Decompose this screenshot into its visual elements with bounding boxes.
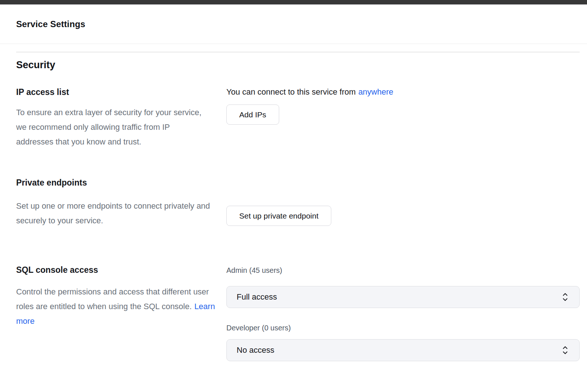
developer-role-label: Developer (0 users): [226, 323, 580, 333]
private-endpoints-right-col: Set up private endpoint: [226, 177, 580, 228]
private-endpoints-row: Private endpoints Set up one or more end…: [16, 177, 580, 228]
sql-console-description: Control the permissions and access that …: [16, 285, 221, 329]
private-endpoints-heading: Private endpoints: [16, 177, 226, 188]
ip-access-list-left-col: IP access list To ensure an extra layer …: [16, 87, 226, 149]
sql-console-access-row: SQL console access Control the permissio…: [16, 265, 580, 361]
admin-role-label: Admin (45 users): [226, 266, 580, 275]
admin-access-selected-value: Full access: [237, 292, 277, 302]
ip-access-list-row: IP access list To ensure an extra layer …: [16, 87, 580, 149]
setup-private-endpoint-button[interactable]: Set up private endpoint: [226, 206, 331, 226]
window-chrome-bar: [0, 0, 587, 5]
sql-console-description-text: Control the permissions and access that …: [16, 287, 209, 311]
anywhere-link[interactable]: anywhere: [358, 87, 393, 96]
page-title: Service Settings: [16, 19, 85, 29]
sql-console-heading: SQL console access: [16, 265, 226, 275]
ip-access-status: You can connect to this service fromanyw…: [226, 87, 580, 97]
add-ips-button[interactable]: Add IPs: [226, 105, 279, 125]
private-endpoints-description: Set up one or more endpoints to connect …: [16, 199, 223, 228]
settings-content: Security IP access list To ensure an ext…: [16, 52, 580, 361]
private-endpoints-left-col: Private endpoints Set up one or more end…: [16, 177, 226, 228]
page-header: Service Settings: [0, 5, 587, 44]
ip-access-list-heading: IP access list: [16, 87, 226, 97]
admin-access-select[interactable]: Full access: [226, 286, 580, 308]
developer-access-select[interactable]: No access: [226, 339, 580, 361]
ip-access-status-text: You can connect to this service from: [226, 87, 356, 96]
up-down-chevron-icon: [562, 345, 568, 355]
sql-console-left-col: SQL console access Control the permissio…: [16, 265, 226, 361]
section-divider: [16, 52, 580, 52]
ip-access-list-description: To ensure an extra layer of security for…: [16, 105, 201, 149]
up-down-chevron-icon: [562, 292, 568, 302]
ip-access-list-right-col: You can connect to this service fromanyw…: [226, 87, 580, 149]
security-section-title: Security: [16, 59, 580, 71]
developer-access-selected-value: No access: [237, 345, 274, 355]
sql-console-right-col: Admin (45 users) Full access Developer (…: [226, 265, 580, 361]
